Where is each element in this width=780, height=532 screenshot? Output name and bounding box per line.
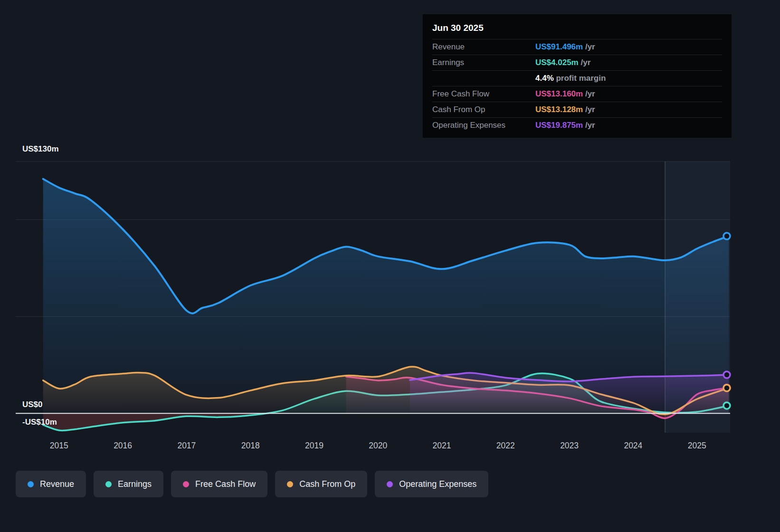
y-axis-label-zero: US$0 bbox=[22, 400, 43, 409]
tooltip-row-cash-from-op: Cash From Op US$13.128m /yr bbox=[432, 102, 722, 117]
legend-label: Operating Expenses bbox=[399, 479, 476, 489]
legend-label: Cash From Op bbox=[299, 479, 355, 489]
x-axis-label: 2019 bbox=[305, 441, 323, 451]
tooltip-value: US$4.025m bbox=[535, 58, 579, 67]
legend-label: Free Cash Flow bbox=[195, 479, 256, 489]
tooltip-value: US$19.875m bbox=[535, 121, 583, 130]
y-axis-label-top: US$130m bbox=[22, 144, 59, 154]
tooltip-row-revenue: Revenue US$91.496m /yr bbox=[432, 39, 722, 55]
x-axis-label: 2021 bbox=[433, 441, 451, 451]
tooltip-date: Jun 30 2025 bbox=[423, 16, 732, 39]
x-axis-label: 2018 bbox=[241, 441, 260, 451]
legend-item-operating-expenses[interactable]: Operating Expenses bbox=[375, 471, 488, 497]
legend-label: Earnings bbox=[118, 479, 152, 489]
tooltip-row-free-cash-flow: Free Cash Flow US$13.160m /yr bbox=[432, 86, 722, 102]
chart-legend: Revenue Earnings Free Cash Flow Cash Fro… bbox=[16, 471, 488, 497]
tooltip-value: US$13.128m bbox=[535, 105, 583, 114]
revenue-dot-icon bbox=[28, 481, 34, 487]
tooltip-suffix: /yr bbox=[583, 105, 595, 114]
x-axis-label: 2022 bbox=[496, 441, 515, 451]
legend-item-free-cash-flow[interactable]: Free Cash Flow bbox=[171, 471, 267, 497]
tooltip-suffix: /yr bbox=[583, 121, 595, 130]
legend-item-revenue[interactable]: Revenue bbox=[16, 471, 86, 497]
x-axis-label: 2017 bbox=[177, 441, 196, 451]
chart-area bbox=[0, 157, 780, 442]
tooltip-row-earnings: Earnings US$4.025m /yr bbox=[432, 55, 722, 70]
x-axis-label: 2025 bbox=[688, 441, 706, 451]
tooltip-label: Free Cash Flow bbox=[432, 89, 535, 99]
chart-canvas[interactable] bbox=[0, 157, 780, 442]
tooltip-value: US$91.496m bbox=[535, 42, 583, 51]
tooltip-label: Revenue bbox=[432, 42, 535, 52]
earnings-dot-icon bbox=[105, 481, 112, 487]
tooltip-suffix: profit margin bbox=[554, 74, 606, 83]
tooltip-label: Cash From Op bbox=[432, 105, 535, 114]
legend-item-cash-from-op[interactable]: Cash From Op bbox=[275, 471, 367, 497]
y-axis-label-negative: -US$10m bbox=[22, 418, 57, 427]
x-axis-label: 2015 bbox=[50, 441, 68, 451]
stock-financials-chart-page: { "tooltip": { "date": "Jun 30 2025", "r… bbox=[0, 0, 780, 532]
chart-tooltip: Jun 30 2025 Revenue US$91.496m /yr Earni… bbox=[423, 14, 732, 138]
legend-item-earnings[interactable]: Earnings bbox=[94, 471, 163, 497]
tooltip-label: Operating Expenses bbox=[432, 121, 535, 130]
tooltip-row-profit-margin: 4.4% profit margin bbox=[432, 70, 722, 86]
x-axis: 2015201620172018201920202021202220232024… bbox=[0, 441, 780, 453]
operating-expenses-dot-icon bbox=[387, 481, 393, 487]
x-axis-label: 2024 bbox=[624, 441, 642, 451]
tooltip-suffix: /yr bbox=[583, 42, 595, 51]
x-axis-label: 2016 bbox=[114, 441, 132, 451]
tooltip-row-operating-expenses: Operating Expenses US$19.875m /yr bbox=[432, 117, 722, 133]
tooltip-value: US$13.160m bbox=[535, 89, 583, 98]
tooltip-label: Earnings bbox=[432, 58, 535, 67]
tooltip-suffix: /yr bbox=[579, 58, 591, 67]
x-axis-label: 2020 bbox=[369, 441, 387, 451]
x-axis-label: 2023 bbox=[560, 441, 579, 451]
cash-from-op-dot-icon bbox=[287, 481, 293, 487]
tooltip-suffix: /yr bbox=[583, 89, 595, 98]
free-cash-flow-dot-icon bbox=[183, 481, 189, 487]
tooltip-value: 4.4% bbox=[535, 74, 554, 83]
legend-label: Revenue bbox=[40, 479, 74, 489]
